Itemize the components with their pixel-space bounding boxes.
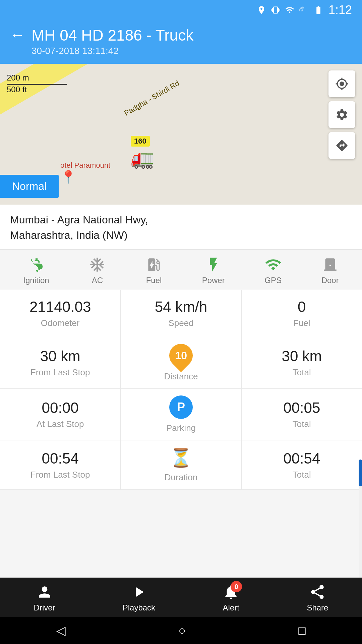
alert-label: Alert — [223, 603, 239, 612]
total-km-cell: 30 km Total — [242, 337, 362, 388]
from-last-stop-time-label: From Last Stop — [31, 470, 90, 480]
parking-label: Parking — [166, 423, 196, 433]
map-scale: 200 m 500 ft — [7, 73, 67, 94]
total-time-label: Total — [293, 419, 311, 429]
from-last-stop-km-label: From Last Stop — [31, 367, 90, 378]
address-section: Mumbai - Agra National Hwy, Maharashtra,… — [0, 205, 362, 250]
fuel-label: Fuel — [146, 276, 162, 285]
hotel-marker: otel Paramount 📍 — [60, 161, 110, 184]
driver-icon — [36, 584, 53, 600]
duration-cell: ⏳ Duration — [121, 440, 241, 489]
speed-badge: 160 — [131, 136, 150, 147]
fuel-value: 0 — [298, 298, 306, 316]
at-last-stop-cell: 00:00 At Last Stop — [0, 389, 121, 440]
nav-driver[interactable]: Driver — [34, 584, 55, 612]
duration-icon: ⏳ — [170, 447, 192, 468]
share-label: Share — [307, 603, 328, 612]
map-view[interactable]: Padgha - Shirdi Rd 200 m 500 ft otel Par… — [0, 64, 362, 205]
system-navigation: ◁ ○ □ — [0, 617, 362, 644]
power-icon — [205, 256, 222, 273]
door-status: Door — [321, 256, 339, 285]
bottom-navigation: Driver Playback 0 Alert Share — [0, 578, 362, 617]
from-last-stop-time-value: 00:54 — [42, 450, 79, 468]
from-last-stop-km-value: 30 km — [40, 347, 80, 365]
fuel-cell: 0 Fuel — [242, 290, 362, 337]
scroll-thumb — [359, 460, 362, 486]
alert-badge: 0 — [231, 581, 242, 592]
speed-value: 54 km/h — [155, 298, 207, 316]
nav-alert[interactable]: 0 Alert — [223, 584, 239, 612]
playback-label: Playback — [123, 603, 155, 612]
settings-button[interactable] — [328, 101, 355, 128]
hotel-name: otel Paramount — [60, 161, 110, 170]
gps-status: GPS — [264, 256, 282, 285]
parking-cell: P Parking — [121, 389, 241, 440]
vibrate-icon — [271, 5, 280, 15]
ac-label: AC — [92, 276, 103, 285]
total-km-label: Total — [293, 367, 311, 378]
status-time: 1:12 — [328, 3, 352, 17]
location-icon — [257, 5, 266, 15]
system-recents-button[interactable]: □ — [298, 624, 306, 638]
total-time-cell: 00:05 Total — [242, 389, 362, 440]
data-section: 21140.03 Odometer 54 km/h Speed 0 Fuel 3… — [0, 290, 362, 490]
driver-label: Driver — [34, 603, 55, 612]
locate-button[interactable] — [328, 70, 355, 97]
status-icons: 1:12 — [257, 3, 352, 17]
page-title: MH 04 HD 2186 - Truck — [32, 26, 193, 44]
map-type-normal-button[interactable]: Normal — [0, 175, 59, 198]
total-duration-label: Total — [293, 470, 311, 480]
total-duration-cell: 00:54 Total — [242, 440, 362, 489]
system-back-button[interactable]: ◁ — [56, 624, 66, 638]
odometer-cell: 21140.03 Odometer — [0, 290, 121, 337]
hotel-pin-icon: 📍 — [60, 170, 110, 184]
speed-label: Speed — [168, 318, 193, 328]
ignition-icon — [28, 256, 45, 273]
navigation-button[interactable] — [328, 132, 355, 159]
odometer-row: 21140.03 Odometer 54 km/h Speed 0 Fuel — [0, 290, 362, 337]
header-text: MH 04 HD 2186 - Truck 30-07-2018 13:11:4… — [32, 26, 193, 56]
door-icon — [322, 256, 339, 273]
gps-icon — [265, 256, 282, 273]
battery-icon — [313, 5, 324, 15]
duration-row: 00:54 From Last Stop ⏳ Duration 00:54 To… — [0, 440, 362, 490]
header-datetime: 30-07-2018 13:11:42 — [32, 46, 193, 56]
parking-row: 00:00 At Last Stop P Parking 00:05 Total — [0, 389, 362, 440]
odometer-label: Odometer — [41, 318, 80, 328]
ac-icon — [89, 256, 106, 273]
fuel-icon — [145, 256, 162, 273]
nav-share[interactable]: Share — [307, 584, 328, 612]
nav-playback[interactable]: Playback — [123, 584, 155, 612]
truck-marker: 160 🚛 — [131, 136, 154, 169]
vehicle-status-icons: Ignition AC Fuel Power GPS Door — [0, 250, 362, 290]
distance-cell: 10 Distance — [121, 337, 241, 388]
back-button[interactable]: ← — [10, 28, 25, 42]
scale-feet: 500 ft — [7, 85, 67, 94]
distance-row: 30 km From Last Stop 10 Distance 30 km T… — [0, 337, 362, 389]
total-km-value: 30 km — [282, 347, 322, 365]
at-last-stop-label: At Last Stop — [37, 419, 84, 429]
gps-label: GPS — [264, 276, 282, 285]
fuel-status: Fuel — [145, 256, 162, 285]
odometer-value: 21140.03 — [29, 298, 91, 316]
system-home-button[interactable]: ○ — [178, 624, 186, 638]
address-line1: Mumbai - Agra National Hwy, — [10, 214, 148, 226]
distance-badge: 10 — [164, 339, 197, 372]
app-header: ← MH 04 HD 2186 - Truck 30-07-2018 13:11… — [0, 20, 362, 64]
scale-metric: 200 m — [7, 73, 67, 83]
duration-label: Duration — [165, 472, 197, 483]
door-label: Door — [321, 276, 339, 285]
speed-cell: 54 km/h Speed — [121, 290, 241, 337]
total-duration-value: 00:54 — [283, 450, 320, 468]
address-text: Mumbai - Agra National Hwy, Maharashtra,… — [10, 212, 352, 243]
power-status: Power — [202, 256, 225, 285]
share-icon — [309, 584, 326, 600]
total-time-value: 00:05 — [283, 399, 320, 417]
power-label: Power — [202, 276, 225, 285]
playback-icon — [130, 584, 147, 600]
ignition-label: Ignition — [23, 276, 49, 285]
from-last-stop-time-cell: 00:54 From Last Stop — [0, 440, 121, 489]
wifi-icon — [285, 5, 294, 15]
ac-status: AC — [89, 256, 106, 285]
ignition-status: Ignition — [23, 256, 49, 285]
